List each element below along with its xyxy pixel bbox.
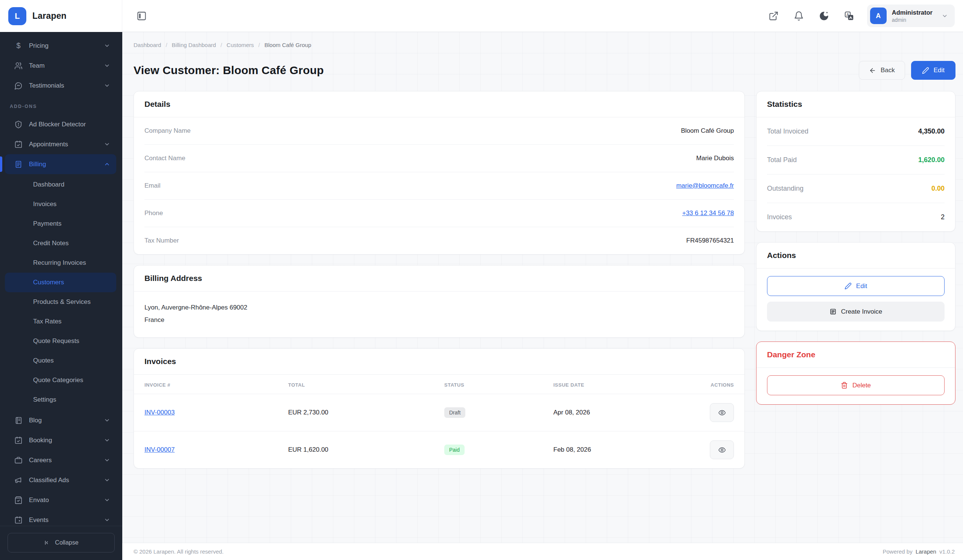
breadcrumb-separator: / <box>165 42 167 48</box>
sidebar-item-blog[interactable]: Blog <box>5 410 116 430</box>
breadcrumb-separator: / <box>258 42 260 48</box>
dark-mode-button[interactable] <box>817 9 831 23</box>
brand: L Larapen <box>0 0 122 32</box>
back-label: Back <box>880 66 895 74</box>
powered-brand-link[interactable]: Larapen <box>916 548 936 555</box>
stat-label: Total Paid <box>767 156 797 164</box>
table-header-row: INVOICE # TOTAL STATUS ISSUE DATE ACTION… <box>134 375 744 394</box>
sidebar-subitem-quotes[interactable]: Quotes <box>5 351 116 371</box>
sidebar-subitem-tax-rates[interactable]: Tax Rates <box>5 312 116 331</box>
sidebar-subitem-settings[interactable]: Settings <box>5 390 116 409</box>
external-link-button[interactable] <box>766 9 781 23</box>
statistics-card: Statistics Total Invoiced 4,350.00 Total… <box>756 91 955 231</box>
stat-invoices-count: Invoices 2 <box>767 203 945 231</box>
stat-label: Invoices <box>767 213 792 221</box>
brand-logo[interactable]: L <box>8 7 26 25</box>
sidebar-item-pricing[interactable]: $ Pricing <box>5 36 116 56</box>
sidebar-subitem-recurring-invoices[interactable]: Recurring Invoices <box>5 253 116 273</box>
detail-label: Email <box>144 182 160 189</box>
notebook-icon <box>14 416 23 425</box>
sidebar-item-events[interactable]: Events <box>5 510 116 526</box>
invoices-table: INVOICE # TOTAL STATUS ISSUE DATE ACTION… <box>134 375 744 468</box>
powered-by: Powered by Larapen v1.0.2 <box>883 548 955 555</box>
stat-outstanding: Outstanding 0.00 <box>767 175 945 203</box>
pencil-icon <box>922 67 929 74</box>
collapse-label: Collapse <box>55 539 78 546</box>
chevron-down-icon <box>104 497 110 503</box>
detail-label: Contact Name <box>144 155 185 162</box>
detail-row-email: Email marie@bloomcafe.fr <box>144 172 734 200</box>
left-column: Details Company Name Bloom Café Group Co… <box>133 91 745 469</box>
billing-submenu: Dashboard Invoices Payments Credit Notes… <box>5 174 116 410</box>
topbar-actions: A A Administrator admin <box>766 5 955 27</box>
invoice-icon <box>830 308 837 315</box>
panel-left-icon <box>136 11 147 21</box>
megaphone-icon <box>14 476 23 484</box>
col-invoice-number: INVOICE # <box>134 375 288 394</box>
address-line-1: Lyon, Auvergne-Rhône-Alpes 69002 <box>144 301 734 314</box>
chevron-down-icon <box>104 437 110 443</box>
invoice-issue-date: Apr 08, 2026 <box>553 394 670 431</box>
back-button[interactable]: Back <box>859 61 905 80</box>
delete-customer-button[interactable]: Delete <box>767 375 945 395</box>
user-menu[interactable]: A Administrator admin <box>867 5 955 27</box>
sidebar-item-booking[interactable]: Booking <box>5 430 116 450</box>
col-issue-date: ISSUE DATE <box>553 375 670 394</box>
sidebar-item-envato[interactable]: Envato <box>5 490 116 510</box>
sidebar-subitem-invoices[interactable]: Invoices <box>5 194 116 214</box>
stat-total-paid: Total Paid 1,620.00 <box>767 146 945 175</box>
sidebar-item-classified-ads[interactable]: Classified Ads <box>5 470 116 490</box>
view-invoice-button[interactable] <box>710 403 734 422</box>
detail-row-tax-number: Tax Number FR45987654321 <box>144 227 734 254</box>
sidebar-item-careers[interactable]: Careers <box>5 450 116 470</box>
eye-icon <box>718 446 726 454</box>
detail-label: Phone <box>144 209 163 217</box>
col-status: STATUS <box>444 375 553 394</box>
sidebar-section-addons: ADD-ONS <box>5 95 116 114</box>
phone-link[interactable]: +33 6 12 34 56 78 <box>682 209 734 217</box>
edit-button[interactable]: Edit <box>911 61 955 80</box>
notifications-button[interactable] <box>791 9 806 23</box>
company-name-value: Bloom Café Group <box>681 127 734 134</box>
sidebar-subitem-products-services[interactable]: Products & Services <box>5 292 116 312</box>
user-role: admin <box>892 17 932 23</box>
sidebar-subitem-credit-notes[interactable]: Credit Notes <box>5 233 116 253</box>
email-link[interactable]: marie@bloomcafe.fr <box>676 182 734 189</box>
sidebar-toggle-button[interactable] <box>134 9 149 23</box>
stat-value: 2 <box>941 213 945 221</box>
collapse-sidebar-button[interactable]: Collapse <box>8 533 115 552</box>
pencil-icon <box>845 282 852 290</box>
table-row: INV-00007 EUR 1,620.00 Paid Feb 08, 2026 <box>134 431 744 469</box>
billing-address-body: Lyon, Auvergne-Rhône-Alpes 69002 France <box>134 291 744 337</box>
sidebar-item-appointments[interactable]: Appointments <box>5 134 116 154</box>
invoice-number-link[interactable]: INV-00003 <box>144 409 175 416</box>
breadcrumb-dashboard[interactable]: Dashboard <box>133 42 161 48</box>
breadcrumb-billing-dashboard[interactable]: Billing Dashboard <box>172 42 216 48</box>
create-invoice-button[interactable]: Create Invoice <box>767 302 945 322</box>
detail-row-contact-name: Contact Name Marie Dubois <box>144 145 734 172</box>
sidebar-subitem-dashboard[interactable]: Dashboard <box>5 175 116 194</box>
sidebar-item-label: Pricing <box>29 42 97 50</box>
sidebar-subitem-quote-categories[interactable]: Quote Categories <box>5 371 116 390</box>
edit-customer-button[interactable]: Edit <box>767 276 945 296</box>
sidebar-subitem-payments[interactable]: Payments <box>5 214 116 233</box>
col-actions: ACTIONS <box>670 375 744 394</box>
language-button[interactable]: A <box>842 9 856 23</box>
bell-icon <box>794 11 804 21</box>
sidebar-item-ad-blocker-detector[interactable]: Ad Blocker Detector <box>5 114 116 134</box>
chevron-down-icon <box>104 517 110 523</box>
sidebar-subitem-quote-requests[interactable]: Quote Requests <box>5 331 116 351</box>
page-title: View Customer: Bloom Café Group <box>133 64 324 77</box>
quote-bubble-icon <box>14 82 23 90</box>
details-title: Details <box>134 91 744 117</box>
sidebar-item-testimonials[interactable]: Testimonials <box>5 76 116 95</box>
breadcrumb-customers[interactable]: Customers <box>227 42 254 48</box>
sidebar-subitem-customers[interactable]: Customers <box>5 273 116 292</box>
view-invoice-button[interactable] <box>710 440 734 459</box>
tax-number-value: FR45987654321 <box>686 237 734 244</box>
sidebar-item-billing[interactable]: Billing <box>5 154 116 174</box>
details-card: Details Company Name Bloom Café Group Co… <box>133 91 745 255</box>
sidebar-item-team[interactable]: Team <box>5 56 116 76</box>
stat-value: 1,620.00 <box>918 156 945 164</box>
invoice-number-link[interactable]: INV-00007 <box>144 446 175 453</box>
